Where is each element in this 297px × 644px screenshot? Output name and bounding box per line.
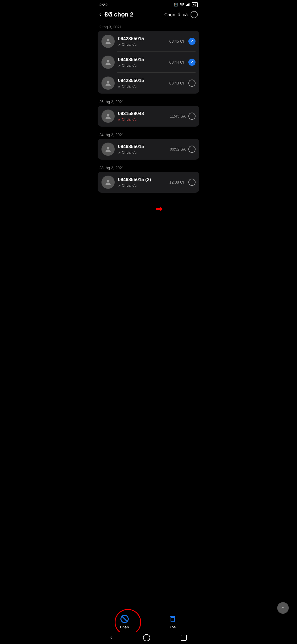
- call-saved-status: Chưa lưu: [122, 63, 137, 67]
- call-sub: ↗Chưa lưu: [118, 63, 169, 67]
- call-time: 11:45 SA: [170, 114, 186, 118]
- back-button[interactable]: ‹: [99, 11, 101, 18]
- call-info: 0942355015↗Chưa lưu: [118, 36, 169, 47]
- call-card: 0942355015↗Chưa lưu03:45 CH 0946855015↗C…: [98, 31, 199, 94]
- call-info: 0946855015↗Chưa lưu: [118, 144, 170, 154]
- select-checkbox[interactable]: [188, 179, 196, 186]
- svg-point-5: [107, 60, 109, 62]
- battery-indicator: 42: [192, 2, 198, 7]
- avatar: [101, 176, 115, 189]
- call-sub: ↗Chưa lưu: [118, 150, 170, 154]
- svg-point-9: [107, 180, 109, 182]
- call-sub: ↗Chưa lưu: [118, 183, 169, 187]
- select-checkbox[interactable]: [188, 59, 196, 66]
- call-item[interactable]: 0946855015 (2)↗Chưa lưu12:38 CH: [98, 172, 199, 193]
- call-type-arrow: ↗: [118, 64, 121, 67]
- avatar: [101, 77, 115, 90]
- svg-rect-2: [188, 3, 189, 6]
- call-number: 0931589048: [118, 111, 170, 116]
- avatar: [101, 35, 115, 48]
- call-item[interactable]: 0946855015↗Chưa lưu09:52 SA: [98, 139, 199, 160]
- call-right: 12:38 CH: [169, 179, 196, 186]
- call-time: 03:44 CH: [169, 60, 186, 64]
- call-item[interactable]: 0942355015↗Chưa lưu03:45 CH: [98, 31, 199, 52]
- call-sub: ↙Chưa lưu: [118, 117, 170, 121]
- call-item[interactable]: 0931589048↙Chưa lưu11:45 SA: [98, 106, 199, 127]
- wifi-icon: [180, 2, 185, 7]
- date-label: 24 thg 2, 2021: [95, 130, 202, 139]
- select-checkbox[interactable]: [188, 80, 196, 87]
- call-info: 0946855015↗Chưa lưu: [118, 57, 169, 67]
- vibrate-icon: 📳: [174, 3, 178, 7]
- call-saved-status: Chưa lưu: [122, 183, 137, 187]
- call-type-arrow: ↗: [118, 151, 121, 154]
- call-log-content: 2 thg 3, 2021 0942355015↗Chưa lưu03:45 C…: [95, 22, 202, 221]
- avatar: [101, 143, 115, 156]
- header-right[interactable]: Chọn tất cả: [164, 11, 198, 18]
- call-sub: ↗Chưa lưu: [118, 42, 169, 47]
- svg-rect-1: [187, 4, 188, 6]
- call-info: 0931589048↙Chưa lưu: [118, 111, 170, 121]
- call-type-arrow: ↙: [118, 84, 121, 88]
- signal-icon: [186, 2, 190, 7]
- call-type-arrow: ↗: [118, 43, 121, 47]
- date-label: 23 thg 2, 2021: [95, 163, 202, 172]
- call-right: 11:45 SA: [170, 113, 196, 120]
- call-saved-status: Chưa lưu: [122, 84, 137, 88]
- call-right: 09:52 SA: [170, 146, 196, 153]
- call-info: 0942355015↙Chưa lưu: [118, 78, 169, 88]
- call-item[interactable]: 0946855015↗Chưa lưu03:44 CH: [98, 52, 199, 73]
- call-right: 03:44 CH: [169, 59, 196, 66]
- call-number: 0942355015: [118, 36, 169, 42]
- status-bar: 2:22 📳 42: [95, 0, 202, 8]
- header: ‹ Đã chọn 2 Chọn tất cả: [95, 8, 202, 22]
- svg-point-6: [107, 81, 109, 83]
- call-time: 03:45 CH: [169, 39, 186, 43]
- call-time: 03:43 CH: [169, 81, 186, 85]
- red-arrow-annotation: ⬅: [155, 204, 163, 214]
- call-number: 0942355015: [118, 78, 169, 83]
- call-card: 0931589048↙Chưa lưu11:45 SA: [98, 106, 199, 127]
- call-time: 12:38 CH: [169, 180, 186, 184]
- call-number: 0946855015: [118, 144, 170, 149]
- call-number: 0946855015: [118, 57, 169, 62]
- call-sub: ↙Chưa lưu: [118, 84, 169, 88]
- select-checkbox[interactable]: [188, 113, 196, 120]
- svg-point-4: [107, 39, 109, 41]
- svg-point-7: [107, 114, 109, 116]
- call-right: 03:45 CH: [169, 38, 196, 45]
- select-checkbox[interactable]: [188, 38, 196, 45]
- svg-rect-0: [186, 5, 187, 6]
- header-left: ‹ Đã chọn 2: [99, 11, 133, 18]
- header-title: Đã chọn 2: [105, 11, 133, 18]
- call-right: 03:43 CH: [169, 80, 196, 87]
- date-label: 2 thg 3, 2021: [95, 22, 202, 31]
- svg-point-8: [107, 147, 109, 149]
- select-checkbox[interactable]: [188, 146, 196, 153]
- call-info: 0946855015 (2)↗Chưa lưu: [118, 177, 169, 187]
- avatar: [101, 56, 115, 69]
- call-saved-status: Chưa lưu: [122, 117, 137, 121]
- call-card: 0946855015↗Chưa lưu09:52 SA: [98, 139, 199, 160]
- call-type-arrow: ↗: [118, 184, 121, 187]
- avatar: [101, 110, 115, 123]
- call-card: 0946855015 (2)↗Chưa lưu12:38 CH: [98, 172, 199, 193]
- call-saved-status: Chưa lưu: [122, 42, 137, 47]
- call-number: 0946855015 (2): [118, 177, 169, 182]
- call-item[interactable]: 0942355015↙Chưa lưu03:43 CH: [98, 73, 199, 94]
- status-time: 2:22: [99, 2, 108, 7]
- call-time: 09:52 SA: [170, 147, 186, 151]
- call-saved-status: Chưa lưu: [122, 150, 137, 154]
- select-all-label[interactable]: Chọn tất cả: [164, 12, 188, 17]
- status-icons: 📳 42: [174, 2, 198, 7]
- svg-rect-3: [189, 3, 190, 6]
- select-all-circle[interactable]: [191, 11, 198, 18]
- call-type-arrow: ↙: [118, 118, 121, 121]
- date-label: 26 thg 2, 2021: [95, 97, 202, 106]
